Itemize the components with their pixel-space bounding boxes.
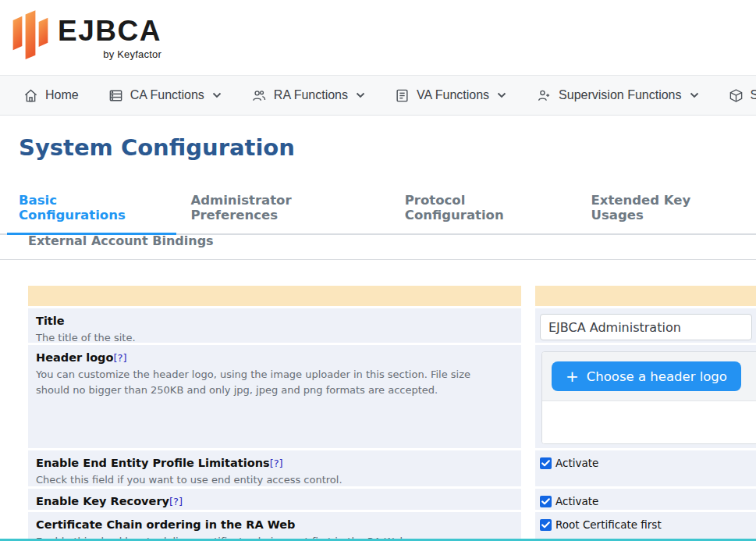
logo-upload-toolbar: + Choose a header logo — [542, 352, 756, 401]
nav-label: VA Functions — [417, 88, 489, 102]
server-icon — [108, 88, 123, 103]
logo-upload-widget: + Choose a header logo — [541, 351, 756, 444]
chevron-down-icon — [690, 92, 699, 98]
basic-configurations-table: Title The title of the site. Header logo… — [28, 286, 756, 541]
checkbox-label: Activate — [555, 457, 598, 469]
table-row-key-recovery-value: Activate — [535, 489, 756, 510]
plus-icon: + — [566, 368, 579, 384]
nav-label: CA Functions — [130, 88, 204, 102]
table-row-header-logo-label: Header logo[?] You can customize the hea… — [28, 345, 521, 448]
main-nav: Home CA Functions RA Functions VA Functi… — [0, 75, 756, 116]
table-header-left — [28, 286, 521, 306]
table-row-key-recovery-label: Enable Key Recovery[?] — [28, 489, 521, 510]
nav-item-home[interactable]: Home — [23, 88, 79, 103]
checkbox-label: Root Certificate first — [555, 518, 662, 531]
person-add-icon — [536, 88, 552, 103]
row-description: Check this field if you want to use end … — [36, 472, 504, 488]
table-row-cert-chain-ordering-label: Certificate Chain ordering in the RA Web… — [28, 512, 521, 541]
help-link[interactable]: [?] — [270, 457, 283, 469]
row-label: Title — [36, 315, 65, 327]
eep-limitations-checkbox[interactable] — [540, 457, 552, 469]
chevron-down-icon — [356, 92, 365, 98]
key-recovery-checkbox[interactable] — [540, 496, 552, 507]
row-description: You can customize the header logo, using… — [36, 367, 504, 398]
cube-icon — [729, 88, 744, 103]
row-label: Enable End Entity Profile Limitations — [36, 457, 270, 469]
row-label: Certificate Chain ordering in the RA Web — [36, 518, 295, 531]
chevron-down-icon — [212, 92, 222, 98]
check-icon — [541, 460, 550, 467]
table-row-title-value — [535, 308, 756, 343]
choose-header-logo-label: Choose a header logo — [587, 369, 727, 384]
nav-label: Home — [45, 88, 79, 102]
nav-label: Supervision Functions — [559, 88, 681, 102]
check-icon — [541, 498, 550, 505]
home-icon — [23, 88, 38, 103]
nav-item-supervision-functions[interactable]: Supervision Functions — [536, 88, 698, 103]
root-certificate-first-checkbox[interactable] — [540, 519, 552, 531]
nav-item-ca-functions[interactable]: CA Functions — [108, 88, 222, 103]
document-icon — [395, 88, 410, 103]
nav-label: System Functions — [751, 88, 756, 102]
brand-tagline: by Keyfactor — [58, 48, 161, 60]
table-row-cert-chain-ordering-value: Root Certificate first — [535, 512, 756, 541]
people-icon — [251, 88, 267, 103]
table-row-eep-limitations-value: Activate — [535, 450, 756, 486]
page-title: System Configuration — [19, 134, 295, 161]
ejbca-logo[interactable]: EJBCA by Keyfactor — [11, 8, 161, 60]
nav-item-va-functions[interactable]: VA Functions — [395, 88, 506, 103]
nav-item-system-functions[interactable]: System Functions — [729, 88, 756, 103]
brand-name: EJBCA — [58, 16, 161, 48]
chevron-down-icon — [497, 92, 506, 98]
choose-header-logo-button[interactable]: + Choose a header logo — [552, 361, 741, 391]
help-link[interactable]: [?] — [169, 496, 183, 507]
check-icon — [541, 521, 550, 529]
help-link[interactable]: [?] — [113, 352, 126, 364]
table-row-eep-limitations-label: Enable End Entity Profile Limitations[?]… — [28, 450, 521, 486]
table-header-right — [535, 286, 756, 306]
tab-external-account-bindings[interactable]: External Account Bindings — [28, 233, 214, 248]
logo-preview-area — [542, 401, 756, 443]
table-row-title-label: Title The title of the site. — [28, 308, 521, 343]
nav-label: RA Functions — [274, 88, 348, 102]
site-title-input[interactable] — [540, 314, 752, 340]
row-description: The title of the site. — [36, 330, 504, 346]
table-row-header-logo-value: + Choose a header logo — [535, 345, 756, 448]
ejbca-logo-icon — [11, 8, 50, 59]
secondary-tabs: External Account Bindings — [0, 222, 756, 260]
row-label: Enable Key Recovery — [36, 495, 169, 507]
nav-item-ra-functions[interactable]: RA Functions — [251, 88, 365, 103]
row-label: Header logo — [36, 351, 113, 364]
checkbox-label: Activate — [555, 495, 598, 507]
